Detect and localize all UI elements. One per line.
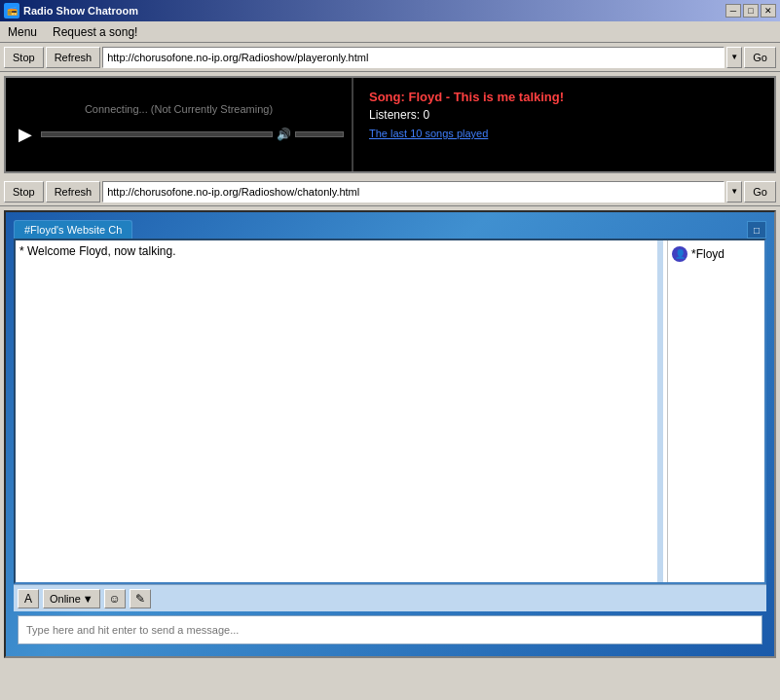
player-refresh-button[interactable]: Refresh bbox=[46, 47, 101, 68]
title-bar: 📻 Radio Show Chatroom ─ □ ✕ bbox=[0, 0, 780, 21]
window-title: Radio Show Chatroom bbox=[23, 5, 138, 17]
player-right: Song: Floyd - This is me talking! Listen… bbox=[352, 78, 774, 171]
listeners-count: 0 bbox=[423, 108, 429, 122]
chat-address-dropdown[interactable]: ▼ bbox=[726, 181, 742, 203]
song-value: Floyd - This is me talking! bbox=[408, 90, 564, 104]
app-icon: 📻 bbox=[4, 3, 19, 18]
player-go-button[interactable]: Go bbox=[744, 47, 776, 68]
chat-refresh-button[interactable]: Refresh bbox=[46, 181, 101, 203]
song-label: Song: bbox=[369, 90, 405, 104]
listeners-label: Listeners: bbox=[369, 108, 420, 122]
chat-divider[interactable] bbox=[657, 240, 663, 582]
chat-main: * Welcome Floyd, now talking. 👤 *Floyd bbox=[14, 239, 766, 584]
user-item: 👤 *Floyd bbox=[672, 244, 761, 264]
player-toolbar: Stop Refresh ▼ Go bbox=[0, 43, 780, 72]
player-left: Connecting... (Not Currently Streaming) … bbox=[6, 78, 352, 171]
status-button[interactable]: Online ▼ bbox=[43, 589, 100, 608]
chat-input-area bbox=[18, 615, 762, 645]
menu-bar: Menu Request a song! bbox=[0, 21, 780, 43]
player-address-dropdown[interactable]: ▼ bbox=[726, 47, 742, 68]
chat-input[interactable] bbox=[19, 624, 761, 636]
chat-outer: #Floyd's Website Ch □ * Welcome Floyd, n… bbox=[4, 210, 776, 658]
chat-tab-close[interactable]: □ bbox=[747, 221, 766, 239]
status-dropdown-icon: ▼ bbox=[83, 593, 93, 605]
song-info: Song: Floyd - This is me talking! bbox=[369, 90, 759, 104]
listeners-info: Listeners: 0 bbox=[369, 108, 759, 122]
chat-users: 👤 *Floyd bbox=[667, 240, 764, 582]
status-label: Online bbox=[50, 593, 81, 605]
player-status: Connecting... (Not Currently Streaming) bbox=[85, 103, 273, 115]
chat-tab-main[interactable]: #Floyd's Website Ch bbox=[14, 220, 132, 239]
player-frame: Connecting... (Not Currently Streaming) … bbox=[4, 76, 776, 173]
maximize-button[interactable]: □ bbox=[743, 4, 759, 18]
volume-bar[interactable] bbox=[295, 131, 344, 137]
player-address-bar[interactable] bbox=[102, 47, 724, 68]
close-button[interactable]: ✕ bbox=[761, 4, 776, 18]
emoticon-button[interactable]: ☺ bbox=[104, 589, 126, 608]
player-stop-button[interactable]: Stop bbox=[4, 47, 44, 68]
chat-bottom-bar: A Online ▼ ☺ ✎ bbox=[14, 584, 766, 611]
chat-messages: * Welcome Floyd, now talking. bbox=[16, 240, 653, 582]
user-avatar: 👤 bbox=[672, 246, 687, 262]
chat-stop-button[interactable]: Stop bbox=[4, 181, 44, 203]
window-controls: ─ □ ✕ bbox=[725, 4, 776, 18]
chat-toolbar: Stop Refresh ▼ Go bbox=[0, 177, 780, 206]
progress-bar[interactable] bbox=[41, 131, 273, 137]
username: *Floyd bbox=[691, 247, 724, 261]
font-button[interactable]: A bbox=[18, 589, 39, 608]
chat-tabs: #Floyd's Website Ch □ bbox=[14, 220, 766, 239]
last-songs-link[interactable]: The last 10 songs played bbox=[369, 128, 759, 139]
chat-address-bar[interactable] bbox=[102, 181, 724, 203]
volume-icon: 🔊 bbox=[277, 128, 291, 141]
welcome-message: * Welcome Floyd, now talking. bbox=[19, 244, 650, 258]
play-button[interactable]: ▶ bbox=[14, 123, 37, 146]
menu-item-request[interactable]: Request a song! bbox=[49, 23, 141, 41]
chat-go-button[interactable]: Go bbox=[744, 181, 776, 203]
player-controls: ▶ 🔊 bbox=[14, 123, 344, 146]
menu-item-menu[interactable]: Menu bbox=[4, 23, 41, 41]
cursor-button[interactable]: ✎ bbox=[130, 589, 151, 608]
minimize-button[interactable]: ─ bbox=[725, 4, 741, 18]
